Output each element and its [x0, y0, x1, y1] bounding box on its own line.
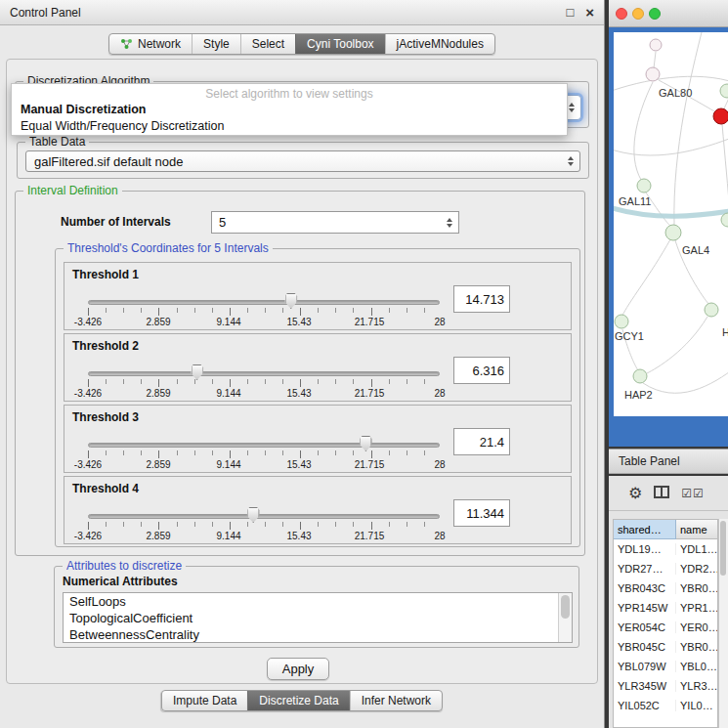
threshold-1-value-field[interactable]: 14.713 [453, 285, 510, 313]
bottom-tabbar: Impute Data Discretize Data Infer Networ… [161, 690, 443, 711]
table-scrollbar[interactable] [718, 519, 728, 728]
threshold-4-value-field[interactable]: 11.344 [453, 499, 510, 527]
tab-jactivemnodules[interactable]: jActiveMNodules [385, 34, 494, 54]
node-label: GAL11 [619, 195, 651, 207]
tab-discretize-data[interactable]: Discretize Data [247, 691, 349, 710]
threshold-2-slider-track[interactable] [88, 371, 440, 376]
table-row[interactable]: YBR045CYBR0… [614, 637, 717, 657]
table-row[interactable]: YER054CYER0… [614, 618, 717, 637]
threshold-3-value-field[interactable]: 21.4 [453, 428, 510, 455]
list-item[interactable]: BetweennessCentrality [64, 626, 572, 643]
threshold-2-slider-thumb[interactable] [191, 364, 203, 380]
checkbox-icon: ☑ [681, 487, 693, 500]
selected-network-node[interactable] [713, 108, 728, 124]
table-cell[interactable]: YLR3… [676, 680, 717, 692]
gear-icon[interactable]: ⚙ [628, 486, 642, 501]
table-scrollbar-thumb[interactable] [720, 521, 726, 576]
tab-select[interactable]: Select [240, 34, 295, 54]
tab-discretize-data-label: Discretize Data [259, 694, 338, 707]
threshold-3-slider-ticks [88, 450, 440, 458]
scale-label: 15.43 [286, 459, 311, 470]
table-cell[interactable]: YER0… [676, 621, 717, 633]
threshold-4-slider-track[interactable] [88, 514, 440, 519]
network-node[interactable] [646, 67, 660, 81]
table-cell[interactable]: YBR045C [614, 641, 676, 653]
attributes-list-scrollbar[interactable] [558, 593, 572, 642]
table-data-combobox[interactable]: galFiltered.sif default node [25, 150, 580, 172]
table-row[interactable]: YBL079WYBL0… [614, 657, 717, 676]
apply-button[interactable]: Apply [267, 658, 329, 680]
table-cell[interactable]: YDL1… [676, 543, 717, 555]
table-row[interactable]: YPR145WYPR1… [614, 598, 717, 618]
popup-placeholder-item[interactable]: Select algorithm to view settings [12, 84, 567, 101]
interval-definition-group-title: Interval Definition [23, 184, 122, 197]
table-row[interactable]: YLR345WYLR3… [614, 676, 717, 696]
threshold-3-slider-track[interactable] [88, 443, 440, 448]
zoom-traffic-light-icon[interactable] [649, 8, 661, 20]
scale-label: 28 [434, 317, 445, 327]
table-cell[interactable]: YPR1… [676, 602, 717, 614]
tab-infer-network[interactable]: Infer Network [350, 691, 442, 710]
table-cell[interactable]: YLR345W [614, 680, 676, 692]
table-row[interactable]: YDR27…YDR2… [614, 559, 717, 578]
network-node[interactable] [633, 369, 647, 383]
table-cell[interactable]: YBR043C [614, 582, 676, 594]
attributes-list-scrollbar-thumb[interactable] [561, 595, 570, 619]
table-cell[interactable]: YBL0… [676, 661, 717, 672]
float-window-icon[interactable]: □ [566, 6, 574, 19]
number-of-intervals-spinner[interactable]: 5 [211, 211, 459, 234]
columns-icon[interactable] [654, 485, 669, 502]
table-cell[interactable]: YDR2… [676, 563, 717, 575]
table-cell[interactable]: YBR0… [676, 582, 717, 594]
threshold-2-value-field[interactable]: 6.316 [453, 357, 510, 384]
network-node[interactable] [720, 84, 728, 98]
attributes-group-title: Attributes to discretize [63, 559, 186, 573]
column-header-name[interactable]: name [676, 520, 717, 539]
network-node[interactable] [615, 315, 628, 328]
table-cell[interactable]: YPR145W [614, 602, 676, 614]
select-columns-icon[interactable]: ☑ ☑ [681, 487, 705, 500]
table-cell[interactable]: YER054C [614, 621, 676, 633]
network-node[interactable] [650, 39, 662, 51]
threshold-2-slider[interactable]: -3.426 2.859 9.144 15.43 21.715 28 [88, 358, 440, 401]
node-label: GAL80 [659, 87, 692, 99]
network-canvas[interactable]: GAL80 GAL11 GAL4 GCY1 HAP2 H [614, 32, 728, 416]
threshold-1-slider-track[interactable] [88, 300, 440, 305]
tab-impute-data[interactable]: Impute Data [162, 691, 247, 710]
table-data-group: Table Data galFiltered.sif default node [17, 142, 589, 179]
table-cell[interactable]: YIL0… [676, 700, 717, 711]
network-node[interactable] [665, 225, 681, 240]
tab-network[interactable]: Network [109, 34, 192, 54]
tab-style[interactable]: Style [192, 34, 240, 54]
close-traffic-light-icon[interactable] [616, 8, 627, 20]
column-header-shared-name[interactable]: shared… [614, 520, 676, 539]
threshold-1-slider-thumb[interactable] [284, 293, 297, 309]
threshold-4-slider[interactable]: -3.426 2.859 9.144 15.43 21.715 28 [88, 500, 440, 543]
table-cell[interactable]: YDL19… [614, 543, 676, 555]
list-item[interactable]: SelfLoops [64, 593, 572, 610]
minimize-traffic-light-icon[interactable] [632, 8, 644, 20]
thresholds-group-title: Threshold's Coordinates for 5 Intervals [64, 241, 273, 255]
table-row[interactable]: YDL19…YDL1… [614, 539, 717, 559]
threshold-4-slider-thumb[interactable] [247, 507, 260, 523]
popup-option-equal-width-frequency[interactable]: Equal Width/Frequency Discretization [12, 117, 567, 134]
table-cell[interactable]: YBR0… [676, 641, 717, 653]
scale-label: 15.43 [286, 317, 311, 327]
spinner-arrows-icon[interactable] [447, 218, 458, 228]
tab-cyni-toolbox[interactable]: Cyni Toolbox [295, 34, 384, 54]
close-window-icon[interactable]: × [585, 6, 594, 19]
network-node[interactable] [637, 179, 651, 193]
table-cell[interactable]: YBL079W [614, 661, 676, 672]
table-cell[interactable]: YIL052C [614, 700, 676, 711]
table-row[interactable]: YIL052CYIL0… [614, 696, 717, 715]
network-node[interactable] [721, 213, 728, 227]
threshold-1-slider[interactable]: -3.426 2.859 9.144 15.43 21.715 28 [88, 286, 440, 329]
list-item[interactable]: TopologicalCoefficient [64, 610, 572, 626]
threshold-3-slider-thumb[interactable] [360, 436, 372, 451]
numerical-attributes-list[interactable]: SelfLoops TopologicalCoefficient Between… [63, 592, 573, 643]
network-node[interactable] [705, 303, 718, 317]
popup-option-manual-discretization[interactable]: Manual Discretization [12, 101, 567, 117]
table-row[interactable]: YBR043CYBR0… [614, 578, 717, 598]
table-cell[interactable]: YDR27… [614, 563, 676, 575]
threshold-3-slider[interactable]: -3.426 2.859 9.144 15.43 21.715 28 [88, 429, 440, 472]
